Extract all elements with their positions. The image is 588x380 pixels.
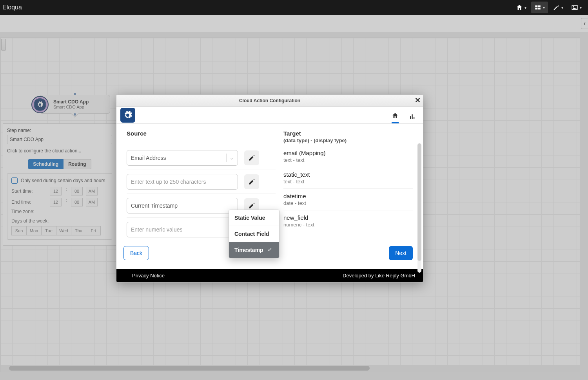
target-row: new_field numeric - text xyxy=(283,210,413,232)
svg-rect-0 xyxy=(535,5,537,7)
developed-by-label: Developed by Like Reply GmbH xyxy=(343,273,415,279)
edit-mapping-button[interactable] xyxy=(244,150,259,165)
home-icon xyxy=(392,112,399,119)
home-icon xyxy=(516,4,523,11)
modal-topbar xyxy=(116,107,423,124)
target-name: email (Mapping) xyxy=(283,150,413,156)
source-type-popover: Static Value Contact Field Timestamp xyxy=(229,210,279,258)
svg-rect-2 xyxy=(535,8,537,10)
back-button[interactable]: Back xyxy=(123,246,149,260)
privacy-link[interactable]: Privacy Notice xyxy=(132,273,165,279)
target-row: static_text text - text xyxy=(283,167,413,189)
edit-icon xyxy=(248,154,255,161)
popover-item-contact[interactable]: Contact Field xyxy=(229,226,279,242)
chevron-down-icon: ⌄ xyxy=(230,155,234,161)
svg-rect-3 xyxy=(538,8,541,10)
target-name: new_field xyxy=(283,214,413,221)
app-badge-icon xyxy=(120,108,135,123)
nav-image-button[interactable]: ▾ xyxy=(568,2,585,13)
target-heading: Target xyxy=(283,130,413,137)
modal-title: Cloud Action Configuration xyxy=(239,98,300,103)
source-input-static-text[interactable] xyxy=(127,174,238,190)
svg-rect-1 xyxy=(538,5,541,7)
chart-icon xyxy=(409,113,416,120)
chevron-down-icon: ▾ xyxy=(580,5,582,10)
target-row: email (Mapping) text - text xyxy=(283,146,413,167)
source-input-timestamp[interactable] xyxy=(127,198,238,214)
main-area: ‹ Smart CDO App Smart CDO App xyxy=(0,15,588,380)
canvas-icon xyxy=(534,4,541,11)
svg-point-5 xyxy=(573,6,574,7)
select-value: Email Address xyxy=(131,155,166,161)
edit-icon xyxy=(248,178,255,185)
source-heading: Source xyxy=(127,130,276,137)
target-type: text - text xyxy=(283,157,413,163)
popover-item-static[interactable]: Static Value xyxy=(229,210,279,226)
check-icon xyxy=(267,247,273,253)
target-name: datetime xyxy=(283,193,413,199)
target-subheading: (data type) - (display type) xyxy=(283,138,413,143)
popover-item-label: Timestamp xyxy=(234,247,263,253)
next-button[interactable]: Next xyxy=(389,246,413,260)
edit-icon xyxy=(248,202,255,209)
modal-tab-stats[interactable] xyxy=(409,113,416,123)
chevron-down-icon: ▾ xyxy=(524,5,526,10)
edit-mapping-button[interactable] xyxy=(244,174,259,189)
v-scrollbar-thumb[interactable] xyxy=(417,143,421,261)
source-input-numeric[interactable] xyxy=(127,222,238,237)
target-type: date - text xyxy=(283,200,413,206)
chevron-down-icon: ▾ xyxy=(543,5,545,10)
source-select-email[interactable]: Email Address ⌄ xyxy=(127,150,238,166)
gear-icon xyxy=(123,110,132,120)
target-type: numeric - text xyxy=(283,222,413,228)
modal-tab-home[interactable] xyxy=(392,112,399,123)
modal-close-button[interactable]: ✕ xyxy=(415,96,421,105)
topbar-actions: ▾ ▾ ▾ ▾ xyxy=(513,2,585,13)
image-icon xyxy=(571,4,578,11)
brand-label: Eloqua xyxy=(2,4,22,11)
nav-home-button[interactable]: ▾ xyxy=(513,2,530,13)
mapping-row: Email Address ⌄ xyxy=(127,146,276,170)
target-name: static_text xyxy=(283,171,413,178)
pen-icon xyxy=(553,4,560,11)
target-type: text - text xyxy=(283,179,413,185)
modal-footer: Privacy Notice Developed by Like Reply G… xyxy=(116,269,423,282)
modal-header: Cloud Action Configuration ✕ xyxy=(116,95,423,107)
mapping-row xyxy=(127,170,276,194)
app-topbar: Eloqua ▾ ▾ ▾ ▾ xyxy=(0,0,588,15)
nav-canvas-button[interactable]: ▾ xyxy=(531,2,548,13)
popover-item-timestamp[interactable]: Timestamp xyxy=(229,242,279,258)
nav-pen-button[interactable]: ▾ xyxy=(550,2,566,13)
chevron-down-icon: ▾ xyxy=(561,5,563,10)
target-row: datetime date - text xyxy=(283,189,413,210)
